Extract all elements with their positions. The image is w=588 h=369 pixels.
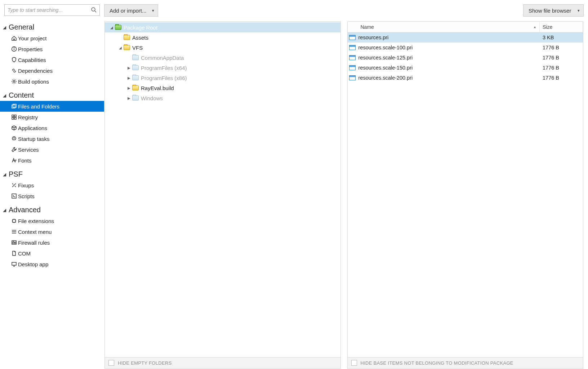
nav-item-applications[interactable]: Applications [0,123,104,133]
nav-item-firewall-rules[interactable]: Firewall rules [0,237,104,248]
tree-node[interactable]: ▶Assets [105,32,340,43]
tree-node-label: RayEval.build [141,85,174,91]
svg-rect-22 [12,262,16,265]
section-title: Content [9,91,34,99]
column-header-size[interactable]: Size [540,22,583,32]
show-file-browser-dropdown[interactable]: Show file browser ▾ [523,4,584,17]
registry-icon [10,114,18,120]
nav-item-registry[interactable]: Registry [0,112,104,123]
nav-item-label: Startup tasks [18,136,50,142]
nav-item-scripts[interactable]: Scripts [0,191,104,201]
nav-item-context-menu[interactable]: Context menu [0,226,104,237]
rocket-icon [10,136,18,142]
nav-item-label: File extensions [18,218,54,224]
caret-expanded-icon[interactable]: ◢ [109,26,114,30]
section-header[interactable]: ◢Content [0,87,104,101]
svg-rect-13 [12,194,16,198]
nav-item-fonts[interactable]: Fonts [0,155,104,166]
nav-item-startup-tasks[interactable]: Startup tasks [0,133,104,144]
search-icon [91,7,97,14]
hide-base-items-checkbox[interactable] [351,360,357,366]
caret-expanded-icon[interactable]: ◢ [118,46,123,50]
caret-down-icon: ◢ [3,208,7,213]
file-row[interactable]: resources.scale-150.pri1776 B [348,63,583,73]
file-row[interactable]: resources.scale-125.pri1776 B [348,53,583,63]
file-name: resources.scale-150.pri [358,65,540,71]
nav-item-files-and-folders[interactable]: Files and Folders [0,101,104,112]
sidebar: ◢GeneralYour projectPropertiesCapabiliti… [0,0,104,369]
nav-item-label: Fixups [18,182,34,188]
tree-node[interactable]: ◢VFS [105,43,340,53]
nav-item-label: Properties [18,46,43,52]
tree-node[interactable]: ◢Package Root [105,22,340,32]
search-input[interactable] [8,7,91,13]
main: Add or import... ▾ Show file browser ▾ ◢… [104,0,588,369]
caret-collapsed-icon[interactable]: ▶ [126,86,132,90]
info-icon [10,46,18,52]
menu-icon [10,229,18,235]
caret-collapsed-icon[interactable]: ▶ [126,96,132,100]
tree-node[interactable]: ▶ProgramFiles (x86) [105,73,340,83]
tree-node[interactable]: ▶CommonAppData [105,53,340,63]
nav-item-label: Scripts [18,193,35,199]
gear-icon [10,79,18,84]
chevron-down-icon: ▾ [578,8,580,13]
svg-point-4 [14,48,14,48]
nav-item-build-options[interactable]: Build options [0,76,104,87]
wrench-icon [10,147,18,152]
nav-item-file-extensions[interactable]: File extensions [0,215,104,226]
folder-icon [132,95,139,101]
folder-tree[interactable]: ◢Package Root▶Assets◢VFS▶CommonAppData▶P… [104,21,341,357]
tree-node-label: ProgramFiles (x86) [141,75,187,81]
file-name: resources.scale-100.pri [358,45,540,50]
nav-item-desktop-app[interactable]: Desktop app [0,259,104,270]
tree-node[interactable]: ▶RayEval.build [105,83,340,93]
caret-down-icon: ◢ [3,172,7,177]
file-row[interactable]: resources.pri3 KB [348,32,583,43]
folder-icon [132,85,139,90]
folder-icon [124,35,130,40]
section-header[interactable]: ◢General [0,19,104,33]
nav-item-label: Firewall rules [18,240,50,246]
nav-item-com[interactable]: COM [0,248,104,259]
svg-rect-8 [12,115,14,117]
nav-item-your-project[interactable]: Your project [0,33,104,44]
link-icon [10,68,18,74]
caret-collapsed-icon[interactable]: ▶ [126,76,132,80]
nav-item-fixups[interactable]: Fixups [0,180,104,191]
nav-item-label: COM [18,250,31,257]
nav-item-label: Context menu [18,229,52,235]
nav-item-capabilities[interactable]: Capabilities [0,54,104,65]
svg-rect-10 [12,117,14,119]
column-header-name[interactable]: Name ▲ [358,22,540,32]
svg-point-0 [92,8,95,11]
file-row[interactable]: resources.scale-200.pri1776 B [348,73,583,83]
svg-point-5 [13,81,15,83]
file-row[interactable]: resources.scale-100.pri1776 B [348,43,583,53]
sort-ascending-icon: ▲ [533,25,536,29]
add-or-import-dropdown[interactable]: Add or import... ▾ [104,4,158,17]
tree-footer: HIDE EMPTY FOLDERS [104,357,341,369]
nav-item-label: Registry [18,114,38,120]
tree-node[interactable]: ▶ProgramFiles (x64) [105,63,340,73]
svg-point-12 [14,138,14,138]
toolbar: Add or import... ▾ Show file browser ▾ [104,4,584,17]
section-header[interactable]: ◢PSF [0,166,104,180]
search-box[interactable] [4,4,100,16]
nav-item-dependencies[interactable]: Dependencies [0,65,104,76]
file-name: resources.pri [358,35,540,40]
nav-item-services[interactable]: Services [0,144,104,155]
section-header[interactable]: ◢Advanced [0,201,104,215]
hide-empty-folders-checkbox[interactable] [108,360,114,366]
tree-node-label: Assets [132,35,148,41]
caret-collapsed-icon[interactable]: ▶ [126,66,132,70]
tree-node-label: ProgramFiles (x64) [141,65,187,71]
tree-node[interactable]: ▶Windows [105,93,340,103]
tree-node-label: VFS [132,45,143,51]
package-icon [10,125,18,131]
file-size: 1776 B [540,75,583,81]
nav-item-properties[interactable]: Properties [0,44,104,54]
script-icon [10,193,18,199]
nav-item-label: Applications [18,125,47,131]
chevron-down-icon: ▾ [152,8,154,13]
